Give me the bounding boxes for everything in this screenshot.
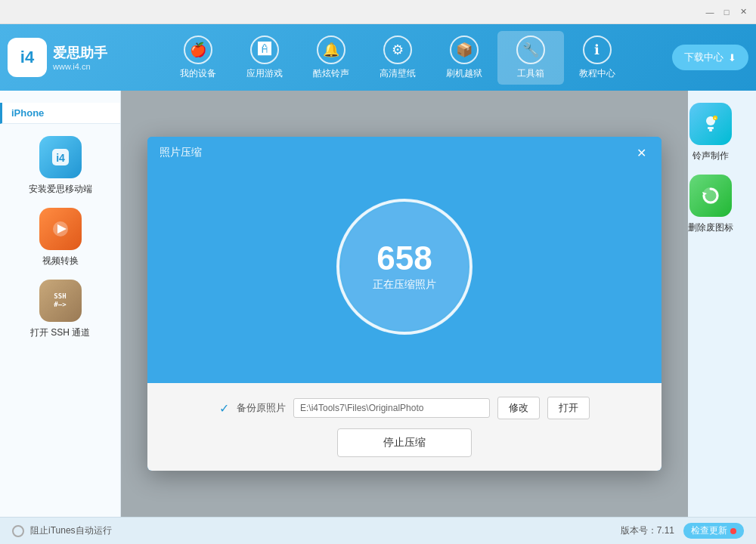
nav-item-my-device[interactable]: 🍎 我的设备 (165, 31, 231, 85)
close-button[interactable]: ✕ (736, 5, 750, 19)
backup-row: ✓ 备份原照片 修改 打开 (170, 397, 639, 419)
minimize-button[interactable]: — (703, 5, 717, 19)
nav-icon-toolbox: 🔧 (516, 36, 545, 64)
maximize-button[interactable]: □ (720, 5, 733, 19)
update-dot-icon (730, 528, 736, 534)
modal-body: 658 正在压缩照片 (147, 168, 662, 383)
sidebar-tool-ssh-channel[interactable]: SSH#—> 打开 SSH 通道 (23, 280, 98, 339)
nav-icon-my-device: 🍎 (184, 36, 212, 64)
backup-path-input[interactable] (293, 398, 490, 418)
progress-center: 658 正在压缩照片 (373, 242, 436, 292)
download-label: 下载中心 (684, 51, 723, 64)
content-area: 照片压缩 ✕ 658 (121, 91, 688, 517)
check-update-button[interactable]: 检查更新 (683, 523, 744, 539)
svg-text:i4: i4 (56, 152, 65, 164)
nav-label-app-game: 应用游戏 (246, 67, 283, 80)
nav-label-toolbox: 工具箱 (517, 67, 544, 80)
nav-icon-app-game: 🅰 (250, 36, 279, 64)
tool-icon-install-app: i4 (39, 136, 82, 178)
progress-number: 658 (373, 242, 436, 275)
nav-item-toolbox[interactable]: 🔧 工具箱 (497, 31, 564, 85)
modal-overlay: 照片压缩 ✕ 658 (121, 91, 688, 517)
nav-icon-jailbreak: 📦 (450, 36, 479, 64)
version-label: 版本号：7.11 (621, 524, 674, 537)
tool-icon-ssh-channel: SSH#—> (39, 280, 82, 322)
sidebar-tool-video-convert[interactable]: 视频转换 (23, 208, 98, 267)
svg-rect-8 (708, 127, 714, 129)
nav-label-my-device: 我的设备 (180, 67, 216, 80)
tool-icon-video-convert (39, 208, 82, 250)
tool-label-video-convert: 视频转换 (42, 255, 79, 267)
nav-icon-tutorial: ℹ (583, 36, 612, 64)
svg-rect-9 (709, 129, 712, 131)
logo-name: 爱思助手 (53, 44, 107, 62)
update-label: 检查更新 (691, 524, 727, 537)
right-tool-label-delete-junk: 删除废图标 (688, 221, 733, 234)
backup-label: 备份原照片 (237, 401, 286, 415)
right-tool-icon-delete-junk (689, 175, 732, 217)
header: i4 爱思助手 www.i4.cn 🍎 我的设备 🅰 应用游戏 🔔 酷炫铃声 ⚙… (0, 24, 756, 91)
progress-ring: 658 正在压缩照片 (329, 191, 480, 342)
title-bar: — □ ✕ (0, 0, 756, 24)
modal-close-button[interactable]: ✕ (633, 144, 649, 161)
modal-header: 照片压缩 ✕ (147, 137, 662, 168)
nav-item-wallpaper[interactable]: ⚙ 高清壁纸 (364, 31, 431, 85)
nav-icon-ringtone: 🔔 (317, 36, 345, 64)
main-area: iPhone i4 安装爱思移动端 视频转换 SSH#—> 打开 SSH 通道 … (0, 91, 756, 517)
right-tool-delete-junk[interactable]: 删除废图标 (688, 175, 733, 234)
nav-label-jailbreak: 刷机越狱 (446, 67, 482, 80)
download-arrow-icon: ⬇ (728, 52, 736, 63)
modal-title: 照片压缩 (160, 146, 202, 159)
status-right: 版本号：7.11 检查更新 (621, 523, 744, 539)
logo[interactable]: i4 爱思助手 www.i4.cn (8, 38, 107, 77)
right-tool-ringtone-make[interactable]: + 铃声制作 (689, 103, 732, 162)
backup-check-icon: ✓ (219, 401, 229, 416)
status-bar: 阻止iTunes自动运行 版本号：7.11 检查更新 (0, 517, 756, 544)
modify-button[interactable]: 修改 (497, 397, 540, 419)
tool-label-ssh-channel: 打开 SSH 通道 (30, 326, 90, 339)
nav-label-wallpaper: 高清壁纸 (380, 67, 416, 80)
logo-text: 爱思助手 www.i4.cn (53, 44, 107, 71)
right-tool-label-ringtone-make: 铃声制作 (692, 150, 729, 162)
download-center-button[interactable]: 下载中心 ⬇ (672, 45, 748, 70)
tool-label-install-app: 安装爱思移动端 (29, 183, 92, 196)
right-tool-icon-ringtone-make: + (689, 103, 732, 145)
nav: 🍎 我的设备 🅰 应用游戏 🔔 酷炫铃声 ⚙ 高清壁纸 📦 刷机越狱 🔧 工具箱… (122, 31, 672, 85)
itunes-status-label: 阻止iTunes自动运行 (30, 524, 112, 537)
nav-item-ringtone[interactable]: 🔔 酷炫铃声 (298, 31, 364, 85)
progress-status-label: 正在压缩照片 (373, 278, 436, 292)
svg-text:+: + (714, 116, 717, 120)
logo-url: www.i4.cn (53, 62, 107, 71)
itunes-status-icon (12, 525, 24, 537)
nav-label-ringtone: 酷炫铃声 (313, 67, 349, 80)
status-left: 阻止iTunes自动运行 (12, 524, 112, 537)
modal-footer: ✓ 备份原照片 修改 打开 停止压缩 (147, 383, 662, 471)
sidebar-tool-install-app[interactable]: i4 安装爱思移动端 (23, 136, 98, 196)
sidebar-iphone-tab[interactable]: iPhone (0, 103, 120, 124)
nav-label-tutorial: 教程中心 (579, 67, 615, 80)
nav-icon-wallpaper: ⚙ (383, 36, 412, 64)
right-panel: + 铃声制作 删除废图标 (688, 91, 756, 517)
nav-item-tutorial[interactable]: ℹ 教程中心 (564, 31, 631, 85)
sidebar: iPhone i4 安装爱思移动端 视频转换 SSH#—> 打开 SSH 通道 (0, 91, 121, 517)
stop-compress-button[interactable]: 停止压缩 (337, 428, 472, 457)
logo-icon: i4 (8, 38, 47, 77)
open-button[interactable]: 打开 (547, 397, 590, 419)
nav-item-jailbreak[interactable]: 📦 刷机越狱 (431, 31, 497, 85)
photo-compress-modal: 照片压缩 ✕ 658 (147, 137, 662, 471)
nav-item-app-game[interactable]: 🅰 应用游戏 (231, 31, 298, 85)
